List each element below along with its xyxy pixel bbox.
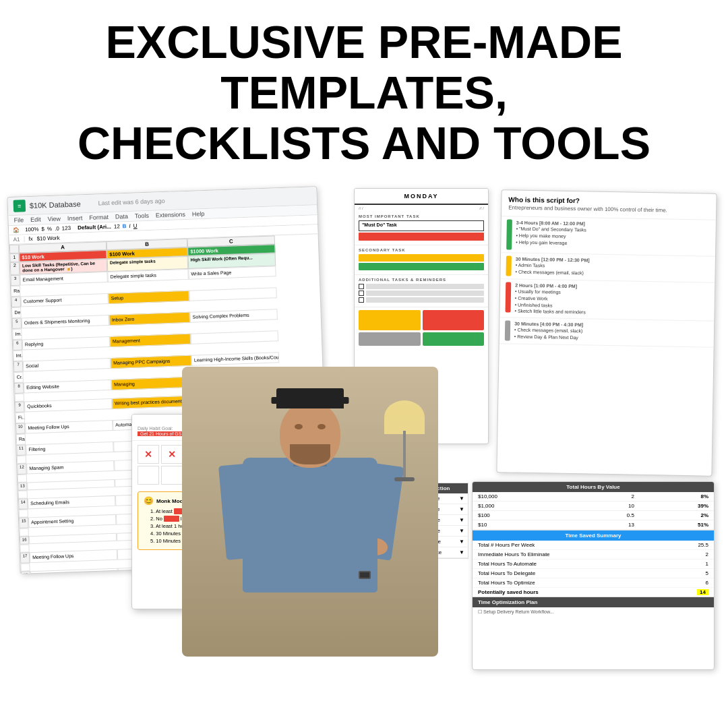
summary-eliminate: Immediate Hours To Eliminate2	[473, 550, 714, 559]
cell-r5-c2: Solving Complex Problems	[189, 309, 277, 324]
schedule-block-1: 3-4 Hours [8:00 AM - 12:00 PM] • "Must D…	[501, 217, 716, 257]
cell-r7-c1: Managing PPC Campaigns	[111, 355, 191, 369]
cell-r8-c1: Managing	[111, 377, 192, 390]
stats-row-2: $1,000 10 39%	[473, 502, 714, 511]
total-hours-section: Total Hours By Value $10,000 2 8% $1,000…	[473, 482, 714, 530]
cell-r13-c3	[18, 491, 28, 499]
planner-header: MONDAY	[355, 189, 488, 205]
time-saved-section: Time Saved Summary Total # Hours Per Wee…	[473, 530, 714, 597]
schedule-color-2	[506, 256, 512, 276]
cell-r15-c0: Appointment Setting	[28, 514, 116, 528]
person-hat-brim	[272, 397, 349, 404]
must-do-task: "Must Do" Task	[359, 220, 484, 231]
cell-r5-c1: Inbox Zero	[109, 312, 190, 326]
schedule-color-1	[506, 220, 512, 250]
schedule-color-4	[505, 321, 511, 341]
cell-r16-c3	[20, 545, 29, 553]
formula-value: $10 Work	[36, 235, 59, 242]
sheets-edit-info: Last edit was 6 days ago	[98, 198, 164, 206]
cell-r6-c0: Replying	[22, 336, 110, 351]
reminder-1	[359, 284, 484, 289]
person-watch	[359, 571, 371, 579]
cell-r4-c3: Design [...]	[11, 307, 22, 318]
optimization-header: Time Optimization Plan ☐ Setup Delivery …	[473, 597, 714, 617]
cell-r3-c1: Delegate simple tasks	[107, 269, 188, 282]
cell-r9-c3: Fi...	[16, 413, 26, 423]
stats-row-1: $10,000 2 8%	[473, 492, 714, 502]
cell-r5-c3: Im...	[12, 329, 22, 340]
cell-r9-c1: Writing best practices document	[112, 396, 193, 409]
headline-line2: CHECKLISTS AND TOOLS	[78, 117, 650, 169]
x-empty-3	[161, 466, 183, 485]
cell-r14-c0: Scheduling Emails	[28, 495, 115, 510]
schedule-panel: Who is this script for? Entrepreneurs an…	[496, 190, 717, 477]
cell-r4-c2	[189, 288, 276, 302]
schedule-block-4: 30 Minutes [4:00 PM - 4:30 PM] • Check m…	[499, 318, 715, 348]
schedule-color-3	[506, 282, 512, 313]
person-shirt	[243, 458, 377, 593]
stats-table: $10,000 2 8% $1,000 10 39% $100 0.5 2% $…	[473, 492, 714, 530]
saved-row: Potentially saved hours 14	[473, 588, 714, 597]
cell-r17-c3	[20, 564, 30, 572]
cell-r7-c2: Learning High-Income Skills (Books/Cours…	[191, 353, 279, 367]
person-overlay	[182, 367, 438, 657]
cell-r11-c3	[17, 456, 26, 464]
summary-automate: Total Hours To Automate1	[473, 559, 714, 569]
total-hours-header: Total Hours By Value	[473, 482, 714, 492]
x-empty-2	[138, 466, 159, 485]
cell-r3-c2: Write a Sales Page	[188, 266, 276, 280]
cell-r8-c3	[15, 394, 24, 402]
secondary-section: SECONDARY TASK	[355, 245, 488, 275]
cell-r7-c0: Social	[23, 358, 111, 372]
person-beard	[290, 444, 330, 464]
person-head	[280, 400, 340, 468]
summary-optimize: Total Hours To Optimize6	[473, 578, 714, 588]
person-silhouette	[216, 387, 404, 657]
secondary-task-1	[359, 254, 484, 262]
most-important-section: MOST IMPORTANT TASK "Must Do" Task	[355, 212, 488, 245]
cell-r8-c0: Editing Website	[24, 380, 111, 394]
planner-color-blocks	[355, 307, 488, 348]
cell-r12-c3	[18, 475, 27, 483]
schedule-subtitle: Entrepreneurs and business owner with 10…	[508, 205, 709, 214]
cell-r4-c1: Setup	[108, 291, 189, 304]
cell-r3-c3: Ra...	[11, 286, 21, 297]
cell-r16-c0	[29, 533, 117, 545]
additional-section: ADDITIONAL TASKS & REMINDERS	[355, 275, 488, 307]
stats-row-3: $100 0.5 2%	[473, 511, 714, 520]
reminder-2	[359, 291, 484, 296]
spreadsheet-title: $10K Database	[30, 200, 81, 210]
cell-r9-c0: Quickbooks	[24, 398, 112, 413]
cell-r14-c3	[19, 510, 28, 518]
screenshots-area: ≡ $10K Database Last edit was 6 days ago…	[0, 185, 728, 670]
headline: EXCLUSIVE PRE-MADE TEMPLATES, CHECKLISTS…	[0, 0, 728, 178]
cell-r15-c3	[20, 528, 29, 537]
summary-total: Total # Hours Per Week25.5	[473, 541, 714, 550]
sheets-icon: ≡	[13, 200, 26, 213]
schedule-block-3: 2 Hours [1:00 PM - 4:00 PM] • Usually fo…	[499, 280, 715, 322]
cell-r6-c2	[191, 331, 278, 345]
summary-delegate: Total Hours To Delegate5	[473, 569, 714, 578]
cell-r6-c3: Int...	[13, 351, 23, 361]
cell-r5-c0: Orders & Shipments Monitoring	[22, 315, 109, 329]
schedule-block-2: 30 Minutes [12:00 PM - 12:30 PM] • Admin…	[500, 253, 715, 284]
cell-r11-c0: Filtering	[26, 442, 113, 456]
saved-value: 14	[697, 589, 708, 595]
stats-row-4: $10 13 51%	[473, 520, 714, 530]
cell-r7-c3: Cr...	[13, 372, 24, 383]
cell-r17-c0: Meeting Follow Ups	[30, 549, 117, 564]
cell-r4-c0: Customer Support	[21, 293, 109, 307]
person-body	[182, 367, 438, 657]
cell-r10-c3: Ra...	[16, 434, 26, 445]
cell-r13-c0	[27, 479, 115, 491]
schedule-header: Who is this script for? Entrepreneurs an…	[502, 191, 717, 221]
person-eye-right	[317, 424, 326, 429]
cell-r12-c0: Managing Spam	[26, 460, 114, 475]
person-eye-left	[295, 424, 303, 429]
secondary-task-2	[359, 263, 484, 270]
time-saved-header: Time Saved Summary	[473, 530, 714, 541]
reminder-3	[359, 297, 484, 303]
lamp	[391, 400, 418, 481]
task-color-bar-1	[359, 233, 484, 241]
optimization-detail: ☐ Setup Delivery Return Workflow...	[473, 607, 714, 617]
